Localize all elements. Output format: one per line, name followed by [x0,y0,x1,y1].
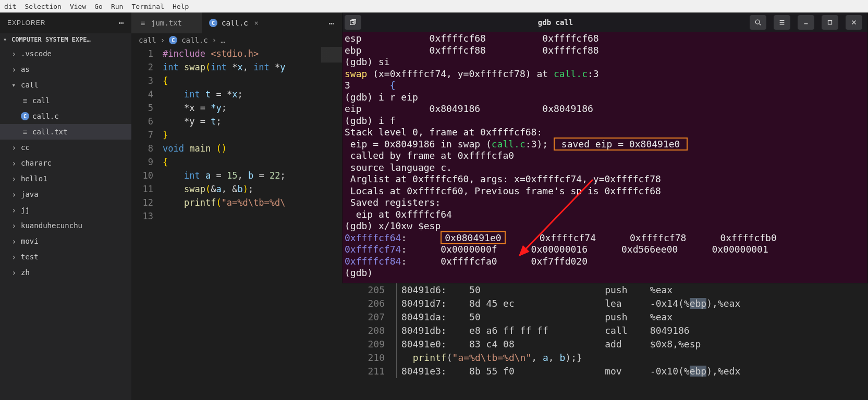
folder-item[interactable]: movi [0,233,131,249]
editor-tab[interactable]: Ccall.c × [202,12,268,33]
folder-name: call [21,81,39,89]
chevron-right-icon [11,49,18,59]
folder-name: kuanduhecunchu [21,221,82,230]
disasm-line-numbers: 205206207208209210211 [342,283,394,388]
folder-item[interactable]: hello1 [0,171,131,186]
editor-tabs: ≡jum.txt Ccall.c × [131,12,268,33]
terminal-window: gdb call esp 0xffffcf68 0xffffcf68ebp 0x… [342,12,868,283]
disassembly-view[interactable]: 205206207208209210211 80491d6: 50 push %… [342,283,868,388]
search-icon[interactable] [750,15,766,30]
close-icon[interactable]: × [252,19,261,27]
os-menu-item[interactable]: dit [0,3,20,10]
breadcrumb-more: … [221,36,225,44]
folder-item[interactable]: test [0,249,131,265]
workspace-header[interactable]: COMPUTER SYSTEM EXPE… [0,33,131,46]
os-menu-item[interactable]: Go [90,3,107,10]
chevron-right-icon [11,158,18,168]
chevron-right-icon [11,221,18,231]
folder-name: chararc [21,159,52,167]
close-button[interactable] [846,15,862,30]
vscode-top-bar: EXPLORER ⋯ ≡jum.txt Ccall.c × ⋯ [0,12,342,33]
explorer-more-icon[interactable]: ⋯ [118,18,124,28]
terminal-title: gdb call [363,18,748,27]
os-menu-item[interactable]: Selection [20,3,65,10]
svg-point-1 [755,20,760,24]
chevron-right-icon [11,236,18,246]
file-name: call.txt [32,128,67,136]
folder-name: .vscode [21,49,52,58]
folder-item[interactable]: jj [0,202,131,218]
terminal-titlebar: gdb call [343,13,867,32]
text-file-icon: ≡ [21,96,29,105]
maximize-button[interactable] [822,15,838,30]
c-file-icon: C [21,112,29,120]
c-file-icon: C [209,19,217,27]
breadcrumb-file[interactable]: call.c [181,36,208,44]
folder-name: hello1 [21,174,47,183]
terminal-content[interactable]: esp 0xffffcf68 0xffffcf68ebp 0xffffcf88 … [343,32,867,279]
folder-item[interactable]: kuanduhecunchu [0,218,131,233]
minimap[interactable] [321,47,342,78]
new-tab-button[interactable] [345,15,361,30]
tab-label: call.c [222,19,248,27]
os-menu-item[interactable]: Run [107,3,127,10]
minimize-button[interactable] [798,15,814,30]
editor-tab[interactable]: ≡jum.txt [131,12,202,33]
folder-item[interactable]: call [0,77,131,93]
file-item[interactable]: ≡call.txt [0,124,131,140]
os-menu-bar: ditSelectionViewGoRunTerminalHelp [0,0,868,12]
code-editor[interactable]: call › C call.c › … 12345678910111213 #i… [131,33,342,400]
code-content[interactable]: #include <stdio.h>int swap(int *x, int *… [163,47,342,209]
chevron-right-icon [11,143,18,153]
folder-item[interactable]: java [0,186,131,202]
folder-name: java [21,190,39,198]
breadcrumb-folder[interactable]: call [139,36,156,44]
workspace-name: COMPUTER SYSTEM EXPE… [11,36,91,43]
c-file-icon: C [169,36,177,44]
vscode-window: EXPLORER ⋯ ≡jum.txt Ccall.c × ⋯ COMPUTER… [0,12,342,400]
chevron-right-icon [11,190,18,199]
folder-item[interactable]: .vscode [0,46,131,61]
chevron-right-icon [11,205,18,215]
folder-name: test [21,253,39,261]
os-menu-item[interactable]: View [66,3,90,10]
explorer-title: EXPLORER [7,19,45,27]
chevron-right-icon [11,268,18,278]
text-file-icon: ≡ [21,128,29,136]
tab-label: jum.txt [151,19,182,27]
file-item[interactable]: Ccall.c [0,108,131,124]
svg-rect-2 [828,21,832,24]
chevron-down-icon [3,36,9,43]
disasm-body: 80491d6: 50 push %eax80491d7: 8d 45 ec l… [394,283,868,388]
folder-name: cc [21,143,30,152]
chevron-right-icon: › [212,36,216,44]
explorer-sidebar: COMPUTER SYSTEM EXPE… .vscodeascall≡call… [0,33,131,400]
folder-name: jj [21,206,30,214]
tab-overflow-icon[interactable]: ⋯ [321,18,342,29]
os-menu-item[interactable]: Terminal [127,3,168,10]
folder-item[interactable]: as [0,61,131,77]
chevron-right-icon [11,252,18,262]
line-number-gutter: 12345678910111213 [131,47,163,223]
breadcrumb[interactable]: call › C call.c › … [131,33,342,47]
file-name: call.c [32,112,59,120]
folder-item[interactable]: cc [0,140,131,155]
file-item[interactable]: ≡call [0,93,131,108]
folder-item[interactable]: chararc [0,155,131,171]
text-file-icon: ≡ [139,19,147,27]
chevron-right-icon: › [161,36,165,44]
folder-name: as [21,65,30,73]
explorer-header: EXPLORER ⋯ [0,18,131,28]
folder-item[interactable]: zh [0,265,131,280]
chevron-down-icon [11,81,18,89]
os-menu-item[interactable]: Help [168,3,193,10]
file-name: call [32,96,50,105]
folder-name: zh [21,268,30,277]
chevron-right-icon [11,65,18,74]
chevron-right-icon [11,174,18,184]
hamburger-menu-icon[interactable] [774,15,790,30]
folder-name: movi [21,237,39,245]
